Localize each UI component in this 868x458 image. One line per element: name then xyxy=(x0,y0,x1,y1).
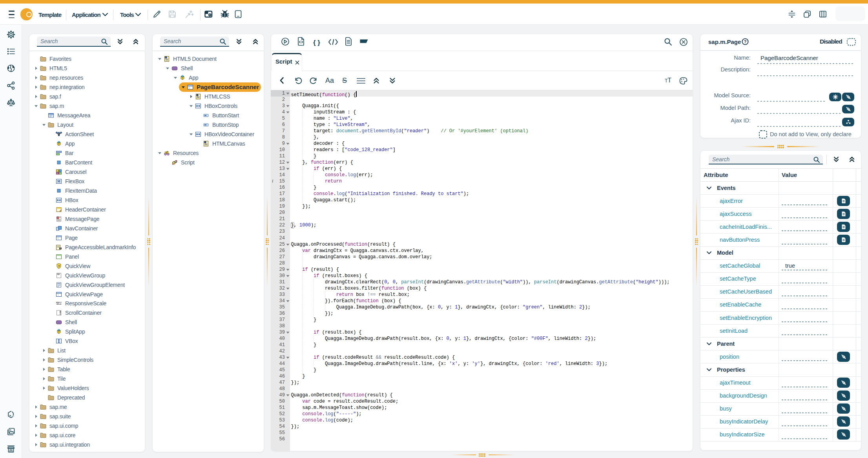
svg-text:?: ? xyxy=(58,265,60,268)
svg-text:?: ? xyxy=(744,39,747,44)
svg-text:xy: xy xyxy=(58,301,62,304)
svg-text:xyz: xyz xyxy=(57,273,60,275)
svg-text:?: ? xyxy=(57,217,58,219)
